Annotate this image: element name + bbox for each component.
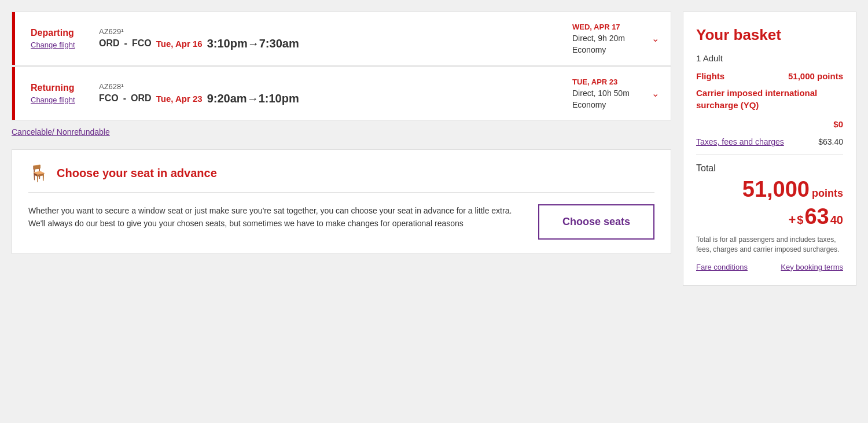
basket-booking-terms-link[interactable]: Key booking terms bbox=[781, 263, 843, 271]
basket-total-points-row: 51,000 points bbox=[696, 177, 843, 202]
basket-plus-row: + $ 63 40 bbox=[696, 204, 843, 229]
basket-flights-row: Flights 51,000 points bbox=[696, 71, 843, 81]
departing-label-col: Departing Change flight bbox=[24, 28, 99, 49]
departing-time: 3:10pm→7:30am bbox=[207, 37, 299, 50]
returning-flight-card: Returning Change flight AZ628¹ FCO - ORD… bbox=[12, 67, 671, 120]
basket-surcharge-label: Carrier imposed international surcharge … bbox=[696, 88, 817, 110]
basket-total-section: Total 51,000 points + $ 63 40 bbox=[696, 155, 843, 229]
basket-footer: Fare conditions Key booking terms bbox=[696, 263, 843, 271]
returning-chevron-col[interactable]: ⌄ bbox=[642, 88, 659, 99]
basket-surcharge-label-row: Carrier imposed international surcharge … bbox=[696, 87, 843, 111]
departing-flight-card: Departing Change flight AZ629¹ ORD - FCO… bbox=[12, 12, 671, 65]
cancelable-link[interactable]: Cancelable/ Nonrefundable bbox=[12, 127, 110, 137]
basket-flights-label: Flights bbox=[696, 71, 724, 81]
seat-description: Whether you want to secure a window seat… bbox=[28, 204, 515, 230]
returning-weekday: TUE, APR 23 bbox=[572, 78, 617, 86]
departing-info-col: AZ629¹ ORD - FCO Tue, Apr 16 3:10pm→7:30… bbox=[99, 27, 572, 50]
basket-content: Your basket 1 Adult Flights 51,000 point… bbox=[683, 12, 856, 286]
returning-class: Economy bbox=[572, 100, 606, 109]
basket-taxes-row: Taxes, fees and charges $63.40 bbox=[696, 137, 843, 146]
returning-route-separator: - bbox=[123, 93, 126, 104]
returning-meta-col: TUE, APR 23 Direct, 10h 50m Economy bbox=[572, 78, 642, 109]
returning-label: Returning bbox=[31, 83, 99, 93]
departing-chevron-col[interactable]: ⌄ bbox=[642, 33, 659, 44]
returning-date: Tue, Apr 23 bbox=[156, 94, 203, 104]
basket-taxes-link[interactable]: Taxes, fees and charges bbox=[696, 137, 784, 146]
basket-panel: Your basket 1 Adult Flights 51,000 point… bbox=[683, 12, 856, 286]
returning-flight-number: AZ628¹ bbox=[99, 82, 572, 91]
departing-border-accent bbox=[12, 12, 15, 65]
basket-dollar-sign: $ bbox=[797, 214, 803, 226]
seat-title: Choose your seat in advance bbox=[57, 167, 217, 180]
basket-surcharge-value: $0 bbox=[833, 119, 843, 129]
departing-meta-col: WED, APR 17 Direct, 9h 20m Economy bbox=[572, 23, 642, 54]
basket-surcharge-value-row: $0 bbox=[696, 119, 843, 129]
departing-route: ORD - FCO Tue, Apr 16 3:10pm→7:30am bbox=[99, 37, 572, 50]
returning-time: 9:20am→1:10pm bbox=[207, 92, 299, 105]
departing-class: Economy bbox=[572, 45, 606, 54]
departing-route-separator: - bbox=[124, 38, 127, 49]
returning-chevron-icon: ⌄ bbox=[652, 88, 659, 99]
basket-points-label: points bbox=[812, 187, 843, 200]
cancelable-row: Cancelable/ Nonrefundable bbox=[12, 122, 671, 147]
returning-border-accent bbox=[12, 67, 15, 120]
seat-selection-card: 🪑 Choose your seat in advance Whether yo… bbox=[12, 149, 671, 254]
returning-route: FCO - ORD Tue, Apr 23 9:20am→1:10pm bbox=[99, 92, 572, 105]
departing-change-link[interactable]: Change flight bbox=[31, 41, 99, 49]
departing-destination: FCO bbox=[132, 38, 152, 49]
seat-icon: 🪑 bbox=[28, 164, 49, 183]
departing-direct: Direct, 9h 20m bbox=[572, 34, 625, 43]
seat-card-body: Whether you want to secure a window seat… bbox=[28, 204, 654, 240]
basket-dollars-num: 63 bbox=[804, 204, 829, 229]
basket-adult: 1 Adult bbox=[696, 53, 843, 63]
basket-plus-sign: + bbox=[788, 212, 796, 227]
basket-title: Your basket bbox=[696, 26, 843, 44]
basket-flights-value: 51,000 points bbox=[788, 71, 843, 81]
returning-origin: FCO bbox=[99, 93, 119, 104]
basket-points-num: 51,000 bbox=[742, 177, 810, 202]
returning-change-link[interactable]: Change flight bbox=[31, 95, 99, 104]
returning-direct: Direct, 10h 50m bbox=[572, 89, 630, 98]
basket-total-label: Total bbox=[696, 163, 843, 174]
basket-taxes-value: $63.40 bbox=[818, 137, 843, 146]
choose-seats-button[interactable]: Choose seats bbox=[538, 204, 654, 240]
returning-destination: ORD bbox=[131, 93, 152, 104]
seat-card-header: 🪑 Choose your seat in advance bbox=[28, 164, 654, 193]
departing-chevron-icon: ⌄ bbox=[652, 33, 659, 44]
basket-fare-conditions-link[interactable]: Fare conditions bbox=[696, 263, 748, 271]
departing-weekday: WED, APR 17 bbox=[572, 23, 620, 31]
departing-origin: ORD bbox=[99, 38, 120, 49]
basket-note: Total is for all passengers and includes… bbox=[696, 235, 843, 255]
departing-label: Departing bbox=[31, 28, 99, 38]
departing-flight-number: AZ629¹ bbox=[99, 27, 572, 36]
returning-label-col: Returning Change flight bbox=[24, 83, 99, 104]
departing-date: Tue, Apr 16 bbox=[156, 39, 203, 49]
basket-cents-num: 40 bbox=[830, 214, 843, 227]
returning-info-col: AZ628¹ FCO - ORD Tue, Apr 23 9:20am→1:10… bbox=[99, 82, 572, 105]
